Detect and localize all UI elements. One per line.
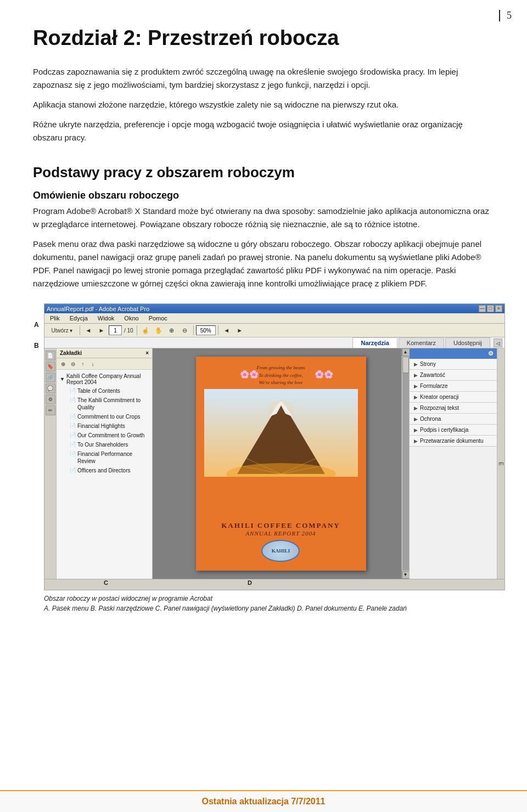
task-item-3[interactable]: ▶ Kreator operacji (410, 392, 497, 403)
tree-item-icon: 📄 (70, 423, 76, 430)
nav-tree-item-6[interactable]: 📄 Financial Performance Review (58, 449, 151, 466)
screenshot: AnnualReport.pdf - Adobe Acrobat Pro — □… (44, 303, 505, 590)
label-cd-row: C D (44, 579, 504, 590)
task-label-0: Strony (420, 361, 436, 367)
footer-text: Ostatnia aktualizacja 7/7/2011 (201, 797, 325, 806)
minimize-button[interactable]: — (479, 305, 486, 312)
task-label-3: Kreator operacji (420, 394, 459, 400)
task-arrow-6: ▶ (414, 427, 418, 433)
pdf-bottom-section: KAHILI COFFEE COMPANY ANNUAL REPORT 2004… (221, 477, 340, 571)
right-edge-panel: E (497, 348, 504, 579)
tool-btn-4[interactable]: ⊖ (179, 325, 191, 336)
subsection-paragraph-1: Program Adobe® Acrobat® X Standard może … (33, 205, 494, 231)
nav-prev[interactable]: ◄ (221, 325, 233, 336)
nav-panel-title: Zakładki (60, 350, 82, 356)
tree-item-icon: 📄 (70, 414, 76, 420)
paragraph-2: Aplikacja stanowi złożone narzędzie, któ… (33, 98, 494, 111)
label-B: B (34, 342, 39, 349)
page-number-input[interactable] (109, 325, 122, 335)
task-arrow-1: ▶ (414, 373, 418, 378)
caption: Obszar roboczy w postaci widocznej w pro… (44, 595, 494, 612)
menu-window[interactable]: Okno (122, 314, 141, 322)
icon-strip-btn-6[interactable]: ✏ (46, 405, 55, 415)
nav-tree-item-0[interactable]: 📄 Table of Contents (58, 386, 151, 396)
chapter-title: Rozdział 2: Przestrzeń robocza (33, 26, 494, 50)
nav-tree: ▼ Kahili Coffee Company Annual Report 20… (57, 370, 152, 579)
nav-tree-item-7[interactable]: 📄 Officers and Directors (58, 466, 151, 475)
nav-toolbar-btn-2[interactable]: ⊖ (69, 359, 77, 368)
task-item-1[interactable]: ▶ Zawartość (410, 370, 497, 381)
scroll-down-btn[interactable]: ▼ (402, 571, 410, 579)
zoom-input[interactable] (196, 325, 216, 335)
pdf-top-text: From growing the beans To drinking the c… (256, 364, 305, 387)
label-D: D (248, 579, 252, 586)
forward-button[interactable]: ► (96, 325, 108, 336)
task-item-5[interactable]: ▶ Ochrona (410, 414, 497, 425)
menu-help[interactable]: Pomoc (147, 314, 170, 322)
icon-strip-btn-2[interactable]: 🔖 (46, 362, 55, 371)
maximize-button[interactable]: □ (487, 305, 494, 312)
left-icon-strip: 📄 🔖 🔗 💬 ⚙ ✏ (44, 348, 57, 579)
task-item-2[interactable]: ▶ Formularze (410, 381, 497, 392)
task-label-7: Przetwarzanie dokumentu (420, 438, 484, 444)
pdf-report-text: ANNUAL REPORT 2004 (245, 530, 316, 537)
tool-btn-1[interactable]: ☝ (139, 325, 152, 336)
task-arrow-7: ▶ (414, 438, 418, 444)
create-button[interactable]: Utwórz ▾ (47, 325, 77, 336)
task-arrow-2: ▶ (414, 384, 418, 389)
nav-tree-root[interactable]: ▼ Kahili Coffee Company Annual Report 20… (58, 372, 151, 386)
nav-panel-toolbar: ⊕ ⊖ ↑ ↓ (57, 358, 152, 370)
nav-tree-item-3[interactable]: 📄 Financial Highlights (58, 421, 151, 431)
nav-panel-close[interactable]: × (145, 350, 149, 356)
nav-toolbar-btn-3[interactable]: ↑ (79, 359, 87, 368)
paragraph-3: Różne ukryte narzędzia, preferencje i op… (33, 118, 494, 144)
task-item-0[interactable]: ▶ Strony (410, 359, 497, 370)
window-titlebar: AnnualReport.pdf - Adobe Acrobat Pro — □… (44, 304, 504, 313)
icon-strip-btn-4[interactable]: 💬 (46, 384, 55, 393)
menu-edit[interactable]: Edycja (68, 314, 90, 322)
tree-item-icon: 📄 (70, 432, 76, 439)
footer-bar: Ostatnia aktualizacja 7/7/2011 (0, 790, 527, 812)
nav-tree-item-2[interactable]: 📄 Commitment to our Crops (58, 412, 151, 421)
task-label-4: Rozpoznaj tekst (420, 405, 459, 411)
task-panel-options[interactable]: ⚙ (488, 350, 494, 357)
icon-strip-btn-3[interactable]: 🔗 (46, 373, 55, 382)
tool-btn-3[interactable]: ⊕ (166, 325, 178, 336)
nav-next[interactable]: ► (234, 325, 246, 336)
label-E: E (498, 462, 504, 466)
task-panel-header: ⚙ (410, 348, 497, 359)
task-item-6[interactable]: ▶ Podpis i certyfikacja (410, 425, 497, 436)
nav-toolbar-btn-4[interactable]: ↓ (88, 359, 97, 368)
tree-root-label: Kahili Coffee Company Annual Report 2004 (66, 373, 149, 385)
icon-strip-btn-5[interactable]: ⚙ (46, 394, 55, 404)
menu-view[interactable]: Widok (96, 314, 117, 322)
window-controls[interactable]: — □ × (479, 305, 502, 312)
tool-btn-2[interactable]: ✋ (153, 325, 165, 336)
tab-komentarz[interactable]: Komentarz (399, 337, 444, 348)
task-label-1: Zawartość (420, 372, 445, 378)
tree-item-icon: 📄 (70, 451, 76, 458)
nav-toolbar-btn-1[interactable]: ⊕ (59, 359, 68, 368)
back-button[interactable]: ◄ (82, 325, 94, 336)
task-item-7[interactable]: ▶ Przetwarzanie dokumentu (410, 436, 497, 447)
menubar: Plik Edycja Widok Okno Pomoc (44, 313, 504, 324)
document-area: From growing the beans To drinking the c… (153, 348, 409, 579)
task-label-5: Ochrona (420, 416, 441, 422)
nav-tree-item-4[interactable]: 📄 Our Commitment to Growth (58, 431, 151, 440)
nav-tree-item-1[interactable]: 📄 The Kahili Commitment to Quality (58, 396, 151, 412)
workspace: 📄 🔖 🔗 💬 ⚙ ✏ Zakładki × ⊕ ⊖ (44, 348, 504, 579)
task-label-6: Podpis i certyfikacja (420, 427, 468, 433)
tab-narzedzia[interactable]: Narzędzia (352, 337, 397, 348)
icon-strip-btn-1[interactable]: 📄 (46, 351, 55, 360)
nav-tabs: Narzędzia Komentarz Udostępnij ◁ (44, 337, 504, 348)
scroll-thumb[interactable] (402, 357, 409, 373)
tree-root-arrow: ▼ (60, 376, 65, 382)
tab-udostepnij[interactable]: Udostępnij (445, 337, 490, 348)
menu-file[interactable]: Plik (48, 314, 62, 322)
close-button[interactable]: × (495, 305, 502, 312)
panel-toggle[interactable]: ◁ (494, 339, 502, 347)
scroll-up-btn[interactable]: ▲ (402, 348, 410, 356)
nav-tree-item-5[interactable]: 📄 To Our Shareholders (58, 440, 151, 449)
doc-scrollbar[interactable]: ▲ ▼ (401, 348, 409, 579)
task-item-4[interactable]: ▶ Rozpoznaj tekst (410, 403, 497, 414)
